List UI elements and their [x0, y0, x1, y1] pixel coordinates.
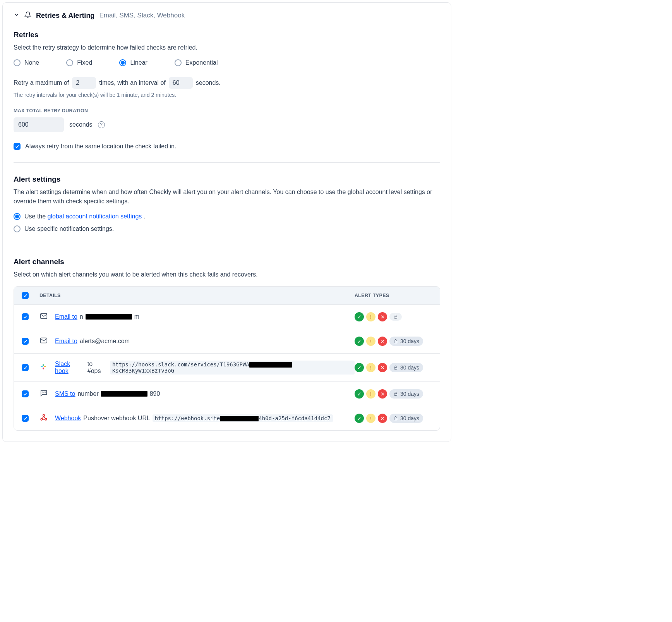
card-header: Retries & Alerting Email, SMS, Slack, We… [14, 7, 440, 27]
chevron-down-icon[interactable] [14, 12, 20, 19]
warn-icon: ! [366, 389, 375, 399]
alert-channels-section: Alert channels Select on which alert cha… [14, 258, 440, 431]
channel-link[interactable]: Webhook [55, 415, 81, 422]
retry-option-none[interactable]: None [14, 59, 39, 66]
svg-rect-4 [41, 366, 43, 367]
mail-icon [39, 336, 48, 346]
svg-rect-2 [41, 338, 47, 343]
channel-link[interactable]: Email to [55, 338, 77, 345]
retries-heading: Retries [14, 31, 440, 39]
card-title: Retries & Alerting [36, 12, 94, 20]
alert-option-specific[interactable]: Use specific notification settings. [14, 225, 440, 232]
retry-interval-input[interactable] [169, 77, 193, 89]
svg-rect-5 [44, 366, 46, 367]
table-row: Email to alerts@acme.com ✓ ! ✕ 30 days [14, 329, 440, 353]
svg-rect-3 [394, 341, 397, 343]
alert-channels-desc: Select on which alert channels you want … [14, 270, 440, 279]
lock-pill: 30 days [389, 414, 423, 423]
row-checkbox[interactable] [22, 338, 29, 345]
svg-text:SMS: SMS [42, 392, 46, 393]
webhook-icon [39, 413, 48, 423]
retry-option-exponential[interactable]: Exponential [175, 59, 218, 66]
warn-icon: ! [366, 337, 375, 346]
same-location-row: Always retry from the same location the … [14, 143, 440, 150]
table-row: Email to nm ✓ ! ✕ [14, 304, 440, 329]
svg-point-11 [43, 414, 45, 416]
bell-icon [24, 11, 31, 20]
th-alert-types: ALERT TYPES [355, 293, 432, 298]
lock-pill: 30 days [389, 389, 423, 399]
table-row: Slack hook to #ops https://hooks.slack.c… [14, 353, 440, 381]
retry-helper-text: The retry intervals for your check(s) wi… [14, 92, 440, 98]
alert-channels-heading: Alert channels [14, 258, 440, 266]
same-location-label: Always retry from the same location the … [25, 143, 176, 150]
lock-pill: 30 days [389, 363, 423, 372]
close-icon: ✕ [378, 312, 387, 321]
channel-link[interactable]: SMS to [55, 390, 75, 397]
retries-desc: Select the retry strategy to determine h… [14, 43, 440, 52]
card-subtitle: Email, SMS, Slack, Webhook [99, 12, 185, 19]
check-icon: ✓ [355, 363, 364, 372]
retry-strategy-group: None Fixed Linear Exponential [14, 59, 440, 66]
global-settings-link[interactable]: global account notification settings [48, 213, 142, 220]
lock-pill [389, 313, 402, 321]
sms-icon: SMS [39, 389, 48, 399]
webhook-url: https://webhook.site4b0d-a25d-f6cda4144d… [153, 414, 333, 422]
close-icon: ✕ [378, 337, 387, 346]
svg-point-12 [41, 418, 43, 420]
table-row: Webhook Pushover webhook URL https://web… [14, 406, 440, 430]
retry-option-fixed[interactable]: Fixed [66, 59, 92, 66]
select-all-checkbox[interactable] [22, 292, 29, 299]
check-icon: ✓ [355, 312, 364, 321]
warn-icon: ! [366, 363, 375, 372]
table-row: SMS SMS to number890 ✓ ! ✕ 30 days [14, 381, 440, 406]
check-icon: ✓ [355, 414, 364, 423]
retries-alerting-card: Retries & Alerting Email, SMS, Slack, We… [2, 2, 451, 442]
alert-settings-group: Use the global account notification sett… [14, 213, 440, 232]
svg-rect-7 [43, 368, 44, 369]
channel-link[interactable]: Email to [55, 313, 77, 320]
svg-rect-8 [394, 368, 397, 369]
mail-icon [39, 312, 48, 322]
redacted [86, 314, 132, 320]
row-checkbox[interactable] [22, 364, 29, 371]
close-icon: ✕ [378, 389, 387, 399]
divider [14, 245, 440, 245]
alert-settings-heading: Alert settings [14, 175, 440, 184]
help-icon[interactable]: ? [98, 121, 105, 128]
check-icon: ✓ [355, 337, 364, 346]
th-details: DETAILS [39, 293, 355, 298]
svg-rect-14 [394, 418, 397, 420]
alert-channels-table: DETAILS ALERT TYPES Email to nm ✓ ! ✕ [14, 286, 440, 431]
close-icon: ✕ [378, 363, 387, 372]
table-header: DETAILS ALERT TYPES [14, 287, 440, 304]
retry-option-linear[interactable]: Linear [119, 59, 147, 66]
slack-url: https://hooks.slack.com/services/T1963GP… [110, 361, 355, 375]
same-location-checkbox[interactable] [14, 143, 21, 150]
channel-link[interactable]: Slack hook [55, 361, 85, 375]
svg-rect-1 [394, 317, 397, 319]
divider [14, 162, 440, 163]
row-checkbox[interactable] [22, 390, 29, 397]
retry-max-input[interactable] [72, 77, 96, 89]
max-duration-label: MAX TOTAL RETRY DURATION [14, 108, 440, 113]
max-duration-row: seconds ? [14, 117, 440, 132]
alert-settings-desc: The alert settings determine when and ho… [14, 187, 440, 206]
svg-rect-0 [41, 314, 47, 319]
close-icon: ✕ [378, 414, 387, 423]
row-checkbox[interactable] [22, 313, 29, 320]
max-duration-input[interactable] [14, 117, 64, 132]
svg-rect-6 [43, 364, 44, 366]
row-checkbox[interactable] [22, 415, 29, 422]
warn-icon: ! [366, 312, 375, 321]
slack-icon [39, 363, 47, 372]
redacted [101, 391, 147, 397]
check-icon: ✓ [355, 389, 364, 399]
alert-option-global[interactable]: Use the global account notification sett… [14, 213, 440, 220]
warn-icon: ! [366, 414, 375, 423]
retry-params-row: Retry a maximum of times, with an interv… [14, 77, 440, 89]
svg-rect-10 [394, 394, 397, 396]
lock-pill: 30 days [389, 337, 423, 346]
svg-point-13 [45, 418, 47, 420]
